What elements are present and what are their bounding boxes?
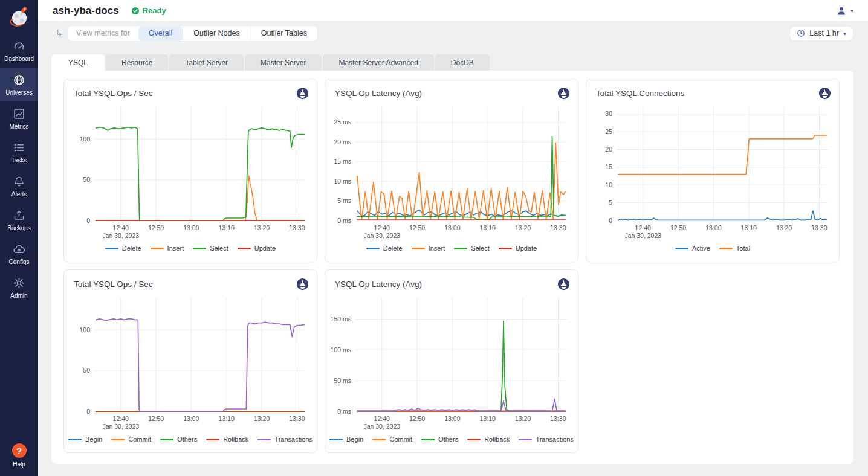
svg-text:0: 0 [609, 217, 612, 224]
legend-swatch [68, 439, 82, 440]
sidebar-item-help[interactable]: ? Help [0, 437, 38, 476]
legend-item-active[interactable]: Active [675, 245, 710, 252]
time-range-button[interactable]: Last 1 hr ▾ [789, 26, 853, 41]
svg-text:100: 100 [79, 326, 90, 333]
legend-swatch [366, 248, 380, 249]
chart-card-ysql-op-latency: YSQL Op Latency (Avg) 12:40Jan 30, 20231… [325, 79, 578, 262]
line-chart[interactable]: 12:40Jan 30, 202312:5013:0013:1013:2013:… [588, 101, 835, 243]
legend-item-transactions[interactable]: Transactions [257, 436, 313, 443]
sidebar-item-tasks[interactable]: Tasks [0, 135, 38, 169]
chart-card-total-ysql-ops-transactions: Total YSQL Ops / Sec 12:40Jan 30, 202312… [63, 269, 317, 453]
prometheus-icon[interactable] [818, 87, 831, 100]
chart-card-header: YSQL Op Latency (Avg) [325, 79, 578, 100]
legend-item-select[interactable]: Select [193, 245, 228, 252]
metric-category-tabs: YSQL Resource Tablet Server Master Serve… [51, 54, 853, 71]
chart-card-header: Total YSQL Ops / Sec [64, 79, 317, 100]
legend-item-rollback[interactable]: Rollback [206, 436, 248, 443]
main-area: ash-yba-docs Ready ▾ ↳ View metrics for … [38, 0, 868, 476]
tab-master-server[interactable]: Master Server [245, 54, 322, 71]
tab-overall[interactable]: Overall [138, 26, 183, 41]
sidebar-item-metrics[interactable]: Metrics [0, 101, 38, 135]
sidebar-item-dashboard[interactable]: Dashboard [0, 34, 38, 68]
sidebar-item-label: Backups [7, 225, 30, 231]
yugabyte-logo[interactable] [0, 0, 38, 34]
tab-tablet-server[interactable]: Tablet Server [169, 54, 244, 71]
legend-item-others[interactable]: Others [421, 436, 458, 443]
svg-text:13:30: 13:30 [550, 415, 566, 422]
svg-text:Jan 30, 2023: Jan 30, 2023 [624, 232, 661, 239]
universe-header: ash-yba-docs Ready ▾ [38, 0, 868, 22]
line-chart[interactable]: 12:40Jan 30, 202312:5013:0013:1013:2013:… [65, 101, 313, 243]
user-menu[interactable]: ▾ [836, 5, 853, 16]
line-chart[interactable]: 12:40Jan 30, 202312:5013:0013:1013:2013:… [326, 292, 574, 434]
legend-item-delete[interactable]: Delete [366, 245, 403, 252]
legend-item-begin[interactable]: Begin [68, 436, 102, 443]
legend-item-rollback[interactable]: Rollback [467, 436, 510, 443]
tab-ysql[interactable]: YSQL [51, 54, 105, 71]
sidebar-item-configs[interactable]: Configs [0, 237, 38, 271]
svg-text:12:40: 12:40 [374, 224, 390, 231]
legend-item-commit[interactable]: Commit [372, 436, 412, 443]
time-range-caret-icon: ▾ [843, 30, 846, 37]
sidebar-item-admin[interactable]: Admin [0, 271, 38, 304]
chart-card-total-ysql-connections: Total YSQL Connections 12:40Jan 30, 2023… [586, 79, 840, 262]
legend-swatch [111, 439, 125, 440]
svg-text:12:50: 12:50 [670, 224, 686, 231]
legend-item-select[interactable]: Select [454, 245, 490, 252]
status-text: Ready [143, 6, 166, 15]
svg-text:13:10: 13:10 [219, 415, 235, 422]
svg-text:Jan 30, 2023: Jan 30, 2023 [363, 423, 400, 430]
legend-item-insert[interactable]: Insert [412, 245, 445, 252]
tab-outlier-nodes[interactable]: Outlier Nodes [183, 26, 250, 41]
legend-item-commit[interactable]: Commit [111, 436, 151, 443]
svg-text:10 ms: 10 ms [334, 178, 351, 185]
sidebar-item-label: Metrics [9, 123, 28, 130]
tasks-list-icon [13, 141, 25, 154]
legend-swatch [151, 248, 164, 249]
svg-text:13:30: 13:30 [550, 224, 566, 231]
metrics-content: ↳ View metrics for Overall Outlier Nodes… [38, 22, 868, 476]
tab-outlier-tables[interactable]: Outlier Tables [250, 26, 317, 41]
svg-text:13:10: 13:10 [480, 224, 496, 231]
svg-text:5: 5 [609, 199, 612, 206]
legend-item-begin[interactable]: Begin [329, 436, 363, 443]
time-range-label: Last 1 hr [809, 29, 839, 37]
svg-text:Jan 30, 2023: Jan 30, 2023 [363, 232, 400, 239]
svg-text:13:30: 13:30 [289, 415, 305, 422]
chart-card-header: Total YSQL Connections [586, 79, 839, 100]
svg-text:20: 20 [605, 146, 612, 153]
line-chart[interactable]: 12:40Jan 30, 202312:5013:0013:1013:2013:… [65, 292, 313, 434]
prometheus-icon[interactable] [296, 278, 309, 291]
legend-label: Update [516, 245, 537, 252]
prometheus-icon[interactable] [557, 87, 570, 100]
svg-text:13:30: 13:30 [289, 224, 305, 231]
sidebar-item-universes[interactable]: Universes [0, 68, 38, 101]
line-chart[interactable]: 12:40Jan 30, 202312:5013:0013:1013:2013:… [326, 101, 574, 243]
legend-item-transactions[interactable]: Transactions [519, 436, 574, 443]
chart-legend: BeginCommitOthersRollbackTransactions [325, 434, 578, 451]
legend-item-update[interactable]: Update [238, 245, 276, 252]
legend-item-others[interactable]: Others [160, 436, 197, 443]
prometheus-icon[interactable] [557, 278, 570, 291]
metrics-subnav: ↳ View metrics for Overall Outlier Nodes… [51, 25, 853, 42]
svg-text:13:00: 13:00 [444, 415, 460, 422]
tab-resource[interactable]: Resource [106, 54, 168, 71]
sidebar-item-alerts[interactable]: Alerts [0, 169, 38, 203]
chart-card-total-ysql-ops: Total YSQL Ops / Sec 12:40Jan 30, 202312… [63, 79, 317, 262]
chart-title: YSQL Op Latency (Avg) [335, 280, 422, 289]
sidebar-item-label: Configs [9, 259, 30, 265]
svg-text:Jan 30, 2023: Jan 30, 2023 [102, 423, 139, 430]
legend-item-delete[interactable]: Delete [105, 245, 141, 252]
legend-swatch [105, 248, 118, 249]
legend-label: Rollback [223, 436, 248, 443]
tab-docdb[interactable]: DocDB [435, 54, 490, 71]
svg-text:12:40: 12:40 [374, 415, 390, 422]
prometheus-icon[interactable] [296, 87, 309, 100]
legend-item-insert[interactable]: Insert [151, 245, 184, 252]
sidebar-item-backups[interactable]: Backups [0, 203, 38, 237]
help-icon: ? [12, 443, 27, 458]
legend-item-total[interactable]: Total [719, 245, 750, 252]
svg-text:12:40: 12:40 [113, 415, 129, 422]
legend-item-update[interactable]: Update [499, 245, 537, 252]
tab-master-server-advanced[interactable]: Master Server Advanced [323, 54, 433, 71]
